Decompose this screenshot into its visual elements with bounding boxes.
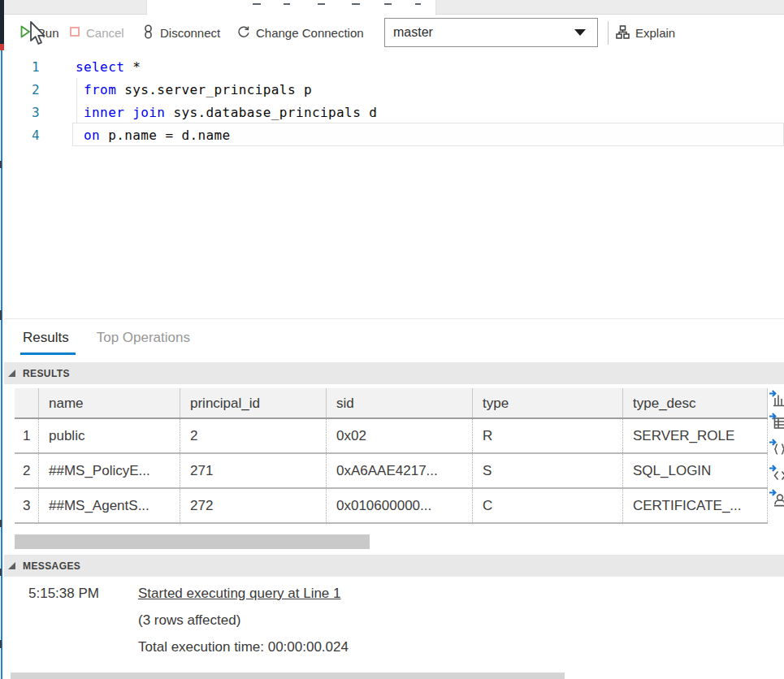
column-header-type[interactable]: type xyxy=(473,388,623,417)
code-text: inner join sys.database_principals d xyxy=(76,105,377,120)
cancel-label: Cancel xyxy=(86,26,124,40)
code-text: select * xyxy=(76,59,141,75)
grid-cell[interactable]: SERVER_ROLE xyxy=(623,419,768,452)
grid-cell[interactable]: public xyxy=(39,419,180,452)
results-section-header[interactable]: RESULTS xyxy=(4,362,784,384)
tab-top-operations[interactable]: Top Operations xyxy=(97,330,190,346)
line-number: 2 xyxy=(4,82,40,97)
message-text: (3 rows affected) xyxy=(138,612,240,629)
table-row[interactable]: 2##MS_PolicyE...2710xA6AAE4217...SSQL_LO… xyxy=(15,454,768,489)
tab-label-clipped xyxy=(284,3,290,5)
change-connection-label: Change Connection xyxy=(256,26,364,40)
message-timestamp: 5:15:38 PM xyxy=(4,586,138,602)
line-number: 4 xyxy=(4,128,40,143)
rail-dash xyxy=(0,520,2,527)
code-line[interactable]: 1select * xyxy=(4,55,784,78)
grid-cell[interactable]: ##MS_PolicyE... xyxy=(39,454,180,487)
sql-editor[interactable]: 1select *2 from sys.server_principals p3… xyxy=(4,50,784,318)
message-link[interactable]: Started executing query at Line 1 xyxy=(138,586,341,601)
grid-cell[interactable]: ##MS_AgentS... xyxy=(39,489,180,522)
row-number-cell[interactable]: 2 xyxy=(15,454,39,487)
column-header-name[interactable]: name xyxy=(39,388,180,417)
messages-section-title: MESSAGES xyxy=(23,560,80,572)
visualize-icon[interactable] xyxy=(768,487,784,508)
save-as-csv-icon[interactable] xyxy=(768,388,784,409)
cancel-icon xyxy=(69,26,80,40)
panel-border-line xyxy=(1,50,2,679)
grid-cell[interactable]: 271 xyxy=(180,454,327,487)
disconnect-label: Disconnect xyxy=(160,26,220,40)
rail-dash xyxy=(0,161,2,168)
grid-header-row: nameprincipal_idsidtypetype_desc xyxy=(15,388,768,419)
editor-tab[interactable] xyxy=(146,0,436,15)
tab-results[interactable]: Results xyxy=(23,330,69,346)
editor-tab-strip xyxy=(4,0,784,15)
grid-cell[interactable]: 0x010600000... xyxy=(327,489,473,522)
toolbar-separator xyxy=(608,21,609,45)
grid-corner-cell xyxy=(15,388,39,417)
explain-icon xyxy=(616,25,630,41)
row-number-cell[interactable]: 3 xyxy=(15,489,39,522)
results-grid[interactable]: nameprincipal_idsidtypetype_desc 1public… xyxy=(15,388,768,524)
tab-label-clipped xyxy=(352,3,360,5)
grid-cell[interactable]: 0xA6AAE4217... xyxy=(327,454,473,487)
left-edge-rail xyxy=(0,0,4,679)
row-number-cell[interactable]: 1 xyxy=(15,419,39,452)
table-row[interactable]: 3##MS_AgentS...2720x010600000...CCERTIFI… xyxy=(15,489,768,524)
grid-cell[interactable]: C xyxy=(473,489,623,522)
line-number: 3 xyxy=(4,105,40,120)
grid-cell[interactable]: R xyxy=(473,419,623,452)
tab-label-clipped xyxy=(384,3,392,5)
grid-cell[interactable]: 2 xyxy=(180,419,327,452)
code-line[interactable]: 3 inner join sys.database_principals d xyxy=(4,101,784,123)
grid-cell[interactable]: S xyxy=(473,454,623,487)
query-results-panel: Results Top Operations RESULTS nameprinc… xyxy=(4,318,784,679)
collapse-twistie-icon xyxy=(8,562,15,569)
grid-cell[interactable]: 272 xyxy=(180,489,327,522)
tab-label-clipped xyxy=(318,3,325,5)
panel-tab-bar: Results Top Operations xyxy=(4,319,784,356)
app-window: Run Cancel Disconnect Change Connection xyxy=(0,0,784,679)
message-text: Started executing query at Line 1 xyxy=(138,586,341,602)
active-tab-underline xyxy=(20,352,76,355)
grid-cell[interactable]: CERTIFICATE_... xyxy=(623,489,768,522)
query-toolbar: Run Cancel Disconnect Change Connection xyxy=(4,15,784,50)
grid-cell[interactable]: 0x02 xyxy=(327,419,473,452)
cancel-button: Cancel xyxy=(69,15,124,50)
column-header-sid[interactable]: sid xyxy=(327,388,473,417)
rail-dash xyxy=(0,640,2,648)
messages-section-header[interactable]: MESSAGES xyxy=(4,555,784,577)
disconnect-icon xyxy=(142,24,154,41)
rail-dash xyxy=(0,569,2,576)
disconnect-button[interactable]: Disconnect xyxy=(142,15,220,50)
mouse-cursor xyxy=(29,21,50,49)
save-as-xml-icon[interactable] xyxy=(768,463,784,484)
explain-button[interactable]: Explain xyxy=(616,15,675,50)
collapse-twistie-icon xyxy=(8,370,15,377)
save-as-excel-icon[interactable] xyxy=(768,411,784,432)
bottom-scrollbar-thumb[interactable] xyxy=(11,673,565,679)
save-as-json-icon[interactable] xyxy=(768,437,784,458)
database-dropdown-value: master xyxy=(393,25,574,40)
chevron-down-icon xyxy=(574,29,586,36)
results-section-title: RESULTS xyxy=(23,368,70,379)
change-connection-button[interactable]: Change Connection xyxy=(236,15,364,50)
message-entry: (3 rows affected) xyxy=(4,607,784,634)
grid-cell[interactable]: SQL_LOGIN xyxy=(623,454,768,487)
code-text: from sys.server_principals p xyxy=(76,82,312,97)
line-number: 1 xyxy=(4,59,40,75)
scrollbar-thumb[interactable] xyxy=(15,534,370,549)
message-entry: Total execution time: 00:00:00.024 xyxy=(4,634,784,660)
code-line[interactable]: 4 on p.name = d.name xyxy=(4,123,784,146)
column-header-type_desc[interactable]: type_desc xyxy=(623,388,768,417)
change-connection-icon xyxy=(236,25,250,41)
rail-dash xyxy=(0,310,2,320)
grid-horizontal-scrollbar[interactable] xyxy=(15,534,784,550)
database-dropdown[interactable]: master xyxy=(384,18,598,47)
code-line[interactable]: 2 from sys.server_principals p xyxy=(4,78,784,101)
column-header-principal_id[interactable]: principal_id xyxy=(180,388,327,417)
grid-body: 1public20x02RSERVER_ROLE2##MS_PolicyE...… xyxy=(15,419,768,524)
code-text: on p.name = d.name xyxy=(76,128,231,143)
messages-list: 5:15:38 PMStarted executing query at Lin… xyxy=(4,580,784,660)
table-row[interactable]: 1public20x02RSERVER_ROLE xyxy=(15,419,768,454)
